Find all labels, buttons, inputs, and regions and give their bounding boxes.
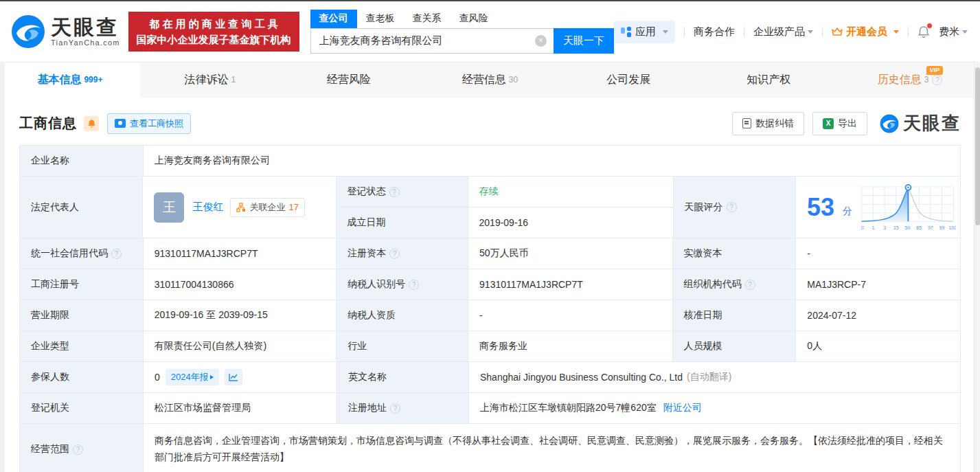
tab-legal-litigation[interactable]: 法律诉讼 1 [140,63,280,98]
approval-date-label: 核准日期 [673,300,797,330]
crown-icon [832,27,843,36]
apps-grid-icon [621,27,631,37]
reg-number-label: 工商注册号 [20,269,144,300]
related-companies-badge[interactable]: 关联企业 17 [230,198,304,217]
table-row: 统一社会信用代码 91310117MA1J3RCP7T 注册资本 50万人民币 … [20,238,960,269]
legal-rep-cell: 王 王俊红 关联企业 17 [143,177,336,238]
legal-rep-link[interactable]: 王俊红 [192,201,223,214]
table-row: 工商注册号 310117004130866 纳税人识别号 91310117MA1… [20,269,960,300]
english-name-label: 英文名称 [337,362,469,392]
paid-capital-label: 实缴资本 [673,238,797,269]
slogan-banner: 都 在 用 的 商 业 查 询 工 具 国家中小企业发展子基金旗下机构 [128,12,299,52]
search-tab-boss[interactable]: 查老板 [357,10,404,28]
taxpayer-id-value: 91310117MA1J3RCP7T [468,269,673,300]
scrollbar[interactable] [974,62,980,472]
trend-chart-button[interactable] [225,369,242,385]
tab-intellectual-property[interactable]: 知识产权 [700,63,840,98]
svg-text:99: 99 [939,225,945,229]
svg-text:100: 100 [948,225,956,229]
help-icon[interactable] [73,445,83,455]
tab-basic-info[interactable]: 基本信息 999+ [0,63,140,98]
help-icon[interactable] [389,249,400,259]
tianyancha-logo[interactable]: 天眼查 TianYanCha.com [11,14,120,49]
nav-enterprise-products[interactable]: 企业级产品 [753,25,813,38]
left-gutter [0,62,5,472]
help-icon[interactable] [390,403,400,414]
help-icon[interactable] [409,280,419,290]
monitor-bell-button[interactable] [84,116,99,131]
business-scope-label: 经营范围 [20,424,144,472]
help-icon[interactable] [932,75,942,85]
nav-open-vip[interactable]: 开通会员 [832,25,899,38]
data-correction-button[interactable]: 数据纠错 [732,112,804,135]
tab-operation-info[interactable]: 经营信息 30 [420,63,560,98]
chevron-down-icon [962,30,968,34]
scrollbar-thumb[interactable] [975,67,980,225]
auto-translate-note: (自动翻译) [687,371,731,383]
tab-operation-risk[interactable]: 经营风险 [280,63,420,98]
reg-status-value: 存续 [468,177,673,207]
svg-text:1: 1 [872,225,875,229]
nearby-companies-link[interactable]: 附近公司 [663,402,702,414]
annual-report-link[interactable]: 2024年报 [166,369,219,385]
taxpayer-qualification-label: 纳税人资质 [337,300,468,330]
score-cell: 53 分 [796,177,960,238]
help-icon[interactable] [745,280,755,290]
header-nav: 应用 商务合作 企业级产品 开通会员 费米 [614,21,968,43]
clear-icon[interactable] [535,35,547,47]
user-menu[interactable]: 费米 [939,25,968,38]
table-row: 经营范围 商务信息咨询，企业管理咨询，市场营销策划，市场信息咨询与调查（不得从事… [20,424,960,472]
insured-count-cell: 0 2024年报 [144,362,337,392]
help-icon[interactable] [727,202,737,212]
business-scope-value: 商务信息咨询，企业管理咨询，市场营销策划，市场信息咨询与调查（不得从事社会调查、… [144,424,960,472]
search-tab-company[interactable]: 查公司 [310,10,357,28]
divider [744,27,744,37]
staff-size-value: 0人 [796,331,960,361]
apps-menu[interactable]: 应用 [614,21,675,43]
username: 费米 [939,25,959,38]
org-code-label: 组织机构代码 [673,269,797,300]
search-button[interactable]: 天眼一下 [554,28,614,54]
table-row: 企业类型 有限责任公司(自然人独资) 行业 商务服务业 人员规模 0人 [20,331,960,362]
search-tab-relation[interactable]: 查关系 [404,10,451,28]
uscc-value: 91310117MA1J3RCP7T [144,238,337,269]
company-type-label: 企业类型 [20,331,144,361]
help-icon[interactable] [389,187,400,197]
table-row: 法定代表人 王 王俊红 关联企业 17 登记状态 存续 [20,177,960,238]
help-icon[interactable] [111,249,122,259]
english-name-cell: Shanghai Jingyou Business Consulting Co.… [469,362,960,392]
score-unit: 分 [843,205,852,218]
camera-icon [115,119,126,128]
business-info-table: 企业名称 上海竞友商务咨询有限公司 法定代表人 王 王俊红 关联企业 17 [19,145,961,472]
document-edit-icon [742,118,751,128]
company-nav-tabs: 基本信息 999+ 法律诉讼 1 经营风险 经营信息 30 公司发展 知识产权 … [0,62,980,98]
registration-authority-value: 松江区市场监督管理局 [144,393,337,423]
english-name-value: Shanghai Jingyou Business Consulting Co.… [480,372,683,383]
slogan-line1: 都 在 用 的 商 业 查 询 工 具 [137,16,291,32]
taxpayer-id-label: 纳税人识别号 [337,269,468,300]
svg-text:3: 3 [883,225,886,229]
watermark-logo: 天眼查 [880,111,961,135]
nav-business-coop[interactable]: 商务合作 [694,25,735,38]
uscc-label: 统一社会信用代码 [20,238,144,269]
svg-text:85: 85 [916,225,922,229]
svg-text:50: 50 [905,225,911,229]
notifications-bell[interactable] [918,25,930,38]
founded-date-value: 2019-09-16 [468,207,673,238]
export-button[interactable]: 导出 [812,112,867,135]
taxpayer-qualification-value: - [468,300,673,330]
insured-count-label: 参保人数 [20,362,144,392]
score-label: 天眼评分 [673,177,796,238]
snapshot-button[interactable]: 查看工商快照 [107,113,191,134]
paid-capital-value: - [796,238,960,269]
registration-authority-label: 登记机关 [20,393,144,423]
avatar[interactable]: 王 [154,192,184,223]
company-name-label: 企业名称 [20,146,144,176]
tab-company-development[interactable]: 公司发展 [560,63,700,98]
tab-history-info[interactable]: VIP 历史信息 3 [840,63,980,98]
search-tab-risk[interactable]: 查风险 [451,10,497,28]
registered-address-label: 注册地址 [337,393,469,423]
search-input[interactable] [310,28,554,54]
logo-title: 天眼查 [51,16,120,38]
industry-label: 行业 [337,331,468,361]
